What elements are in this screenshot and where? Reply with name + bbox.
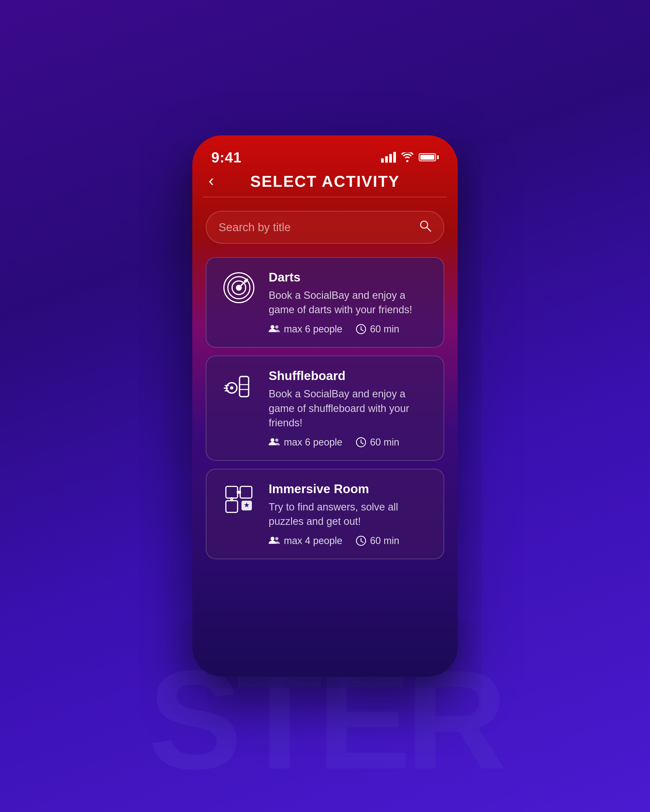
signal-icon — [381, 152, 396, 163]
people-icon — [269, 438, 280, 447]
shuffleboard-content: Shuffleboard Book a SocialBay and enjoy … — [269, 368, 430, 448]
svg-point-30 — [271, 537, 274, 540]
status-icons — [381, 152, 439, 163]
people-icon — [269, 325, 280, 334]
shuffleboard-meta: max 6 people 60 min — [269, 437, 430, 448]
darts-content: Darts Book a SocialBay and enjoy a game … — [269, 270, 430, 335]
activity-card-immersive-room[interactable]: Immersive Room Try to find answers, solv… — [206, 469, 444, 559]
svg-line-34 — [361, 541, 363, 542]
page-header: ‹ SELECT ACTIVITY — [192, 171, 458, 197]
svg-line-25 — [361, 443, 363, 444]
back-button[interactable]: ‹ — [208, 172, 214, 189]
svg-rect-27 — [240, 486, 252, 498]
shuffleboard-icon — [220, 368, 258, 403]
phone-frame: 9:41 ‹ SELECT ACTIVITY — [192, 135, 458, 677]
search-input[interactable]: Search by title — [219, 221, 414, 234]
shuffleboard-title: Shuffleboard — [269, 368, 430, 383]
immersive-room-description: Try to find answers, solve all puzzles a… — [269, 500, 430, 529]
svg-point-31 — [275, 537, 278, 540]
darts-icon — [220, 270, 258, 304]
darts-duration: 60 min — [356, 324, 399, 335]
immersive-room-title: Immersive Room — [269, 482, 430, 496]
immersive-room-people: max 4 people — [269, 535, 342, 546]
svg-point-8 — [271, 325, 274, 329]
svg-point-9 — [275, 325, 278, 328]
svg-rect-26 — [226, 486, 237, 498]
clock-icon — [356, 437, 366, 447]
page-title: SELECT ACTIVITY — [192, 172, 458, 190]
svg-line-1 — [427, 227, 431, 231]
darts-title: Darts — [269, 270, 430, 284]
activity-list: Darts Book a SocialBay and enjoy a game … — [192, 252, 458, 565]
svg-rect-13 — [239, 377, 249, 397]
immersive-room-content: Immersive Room Try to find answers, solv… — [269, 482, 430, 546]
immersive-room-duration: 60 min — [356, 535, 399, 546]
activity-card-shuffleboard[interactable]: Shuffleboard Book a SocialBay and enjoy … — [206, 356, 444, 461]
svg-point-22 — [275, 438, 278, 442]
svg-point-21 — [271, 438, 274, 442]
darts-people: max 6 people — [269, 324, 342, 335]
wifi-icon — [401, 153, 414, 162]
darts-meta: max 6 people 60 min — [269, 324, 430, 335]
shuffleboard-duration: 60 min — [356, 437, 399, 448]
status-bar: 9:41 — [192, 135, 458, 171]
svg-point-17 — [230, 386, 234, 389]
svg-line-12 — [361, 330, 363, 331]
search-icon — [419, 220, 431, 235]
svg-rect-28 — [226, 501, 237, 512]
shuffleboard-people: max 6 people — [269, 437, 342, 448]
immersive-room-meta: max 4 people 60 min — [269, 535, 430, 546]
battery-icon — [419, 153, 439, 161]
shuffleboard-description: Book a SocialBay and enjoy a game of shu… — [269, 387, 430, 430]
clock-icon — [356, 536, 366, 546]
status-time: 9:41 — [211, 149, 242, 166]
clock-icon — [356, 324, 366, 334]
search-container: Search by title — [192, 197, 458, 252]
activity-card-darts[interactable]: Darts Book a SocialBay and enjoy a game … — [206, 257, 444, 348]
svg-marker-7 — [244, 279, 248, 282]
search-box[interactable]: Search by title — [206, 211, 444, 244]
puzzle-icon — [220, 482, 258, 516]
people-icon — [269, 536, 280, 545]
darts-description: Book a SocialBay and enjoy a game of dar… — [269, 288, 430, 317]
